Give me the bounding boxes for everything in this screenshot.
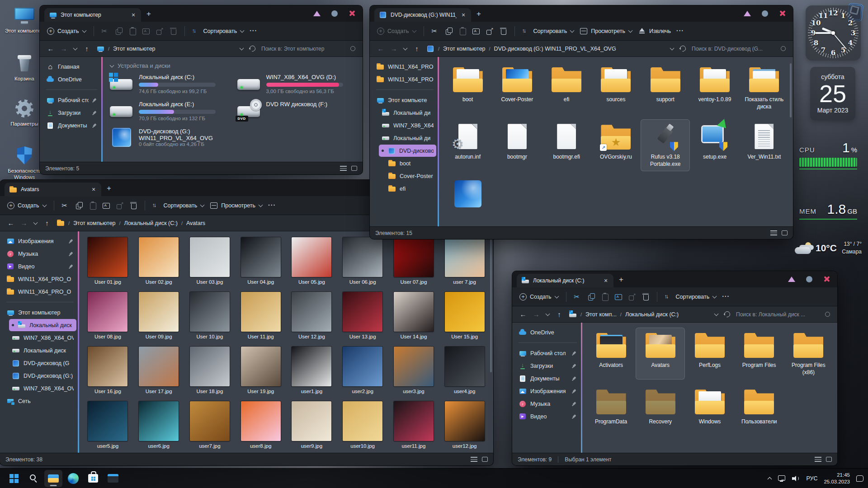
sidebar-item[interactable]: Загрузки — [43, 107, 100, 119]
copy-button[interactable] — [115, 27, 123, 35]
create-button[interactable]: Создать — [377, 28, 416, 35]
recent-locations-button[interactable] — [73, 47, 77, 51]
image-file-item[interactable]: user3.jpg — [389, 344, 439, 396]
sidebar-item[interactable]: WIN11_X64_PRO — [373, 61, 436, 73]
image-file-item[interactable]: User 05.jpg — [287, 235, 337, 287]
up-button[interactable] — [43, 219, 51, 227]
sidebar-item[interactable]: Локальный диск — [9, 344, 76, 357]
file-item[interactable]: setup.exe — [690, 120, 739, 171]
back-button[interactable] — [519, 310, 527, 318]
image-file-item[interactable]: user7.jpg — [185, 399, 235, 451]
delete-button[interactable] — [129, 202, 137, 210]
address-bar[interactable]: Этот компьютер — [96, 45, 234, 52]
details-view-icon[interactable] — [340, 166, 347, 171]
sidebar-item[interactable]: Рабочий стол — [43, 94, 100, 106]
tab-close-button[interactable] — [603, 277, 609, 284]
file-item[interactable]: boot — [443, 62, 492, 113]
minimize-button[interactable] — [744, 11, 751, 16]
sidebar-item[interactable]: WIN11_X64_PRO_O — [4, 273, 76, 285]
store-button[interactable] — [84, 470, 102, 487]
more-button[interactable] — [722, 293, 730, 301]
sidebar-item[interactable]: Изображения — [4, 235, 76, 247]
address-dropdown[interactable] — [670, 47, 674, 51]
tab-close-button[interactable] — [130, 12, 137, 18]
close-button[interactable] — [823, 276, 830, 282]
address-dropdown[interactable] — [240, 47, 244, 51]
sidebar-item[interactable]: Музыка — [516, 398, 580, 410]
close-button[interactable] — [779, 10, 786, 17]
paste-button[interactable] — [458, 27, 467, 35]
file-item[interactable]: ventoy-1.0.89 — [690, 62, 739, 113]
image-file-item[interactable]: User 04.jpg — [236, 235, 286, 287]
sidebar-item[interactable]: Этот компьюте — [373, 94, 436, 106]
rename-button[interactable] — [102, 202, 110, 210]
image-file-item[interactable]: User 01.jpg — [83, 235, 133, 287]
sidebar-item[interactable]: Локальный диск — [9, 319, 76, 331]
file-item[interactable]: Avatars — [636, 328, 684, 379]
refresh-icon[interactable] — [723, 310, 731, 318]
sidebar-item[interactable]: WIN7_X86_X64_OV — [9, 332, 76, 344]
image-file-item[interactable]: user 7.jpg — [439, 235, 490, 287]
sidebar-item[interactable]: WIN11_X64_PRO — [373, 73, 436, 85]
image-file-item[interactable]: user6.jpg — [134, 399, 184, 451]
paste-button[interactable] — [128, 27, 137, 35]
new-tab-button[interactable] — [146, 9, 151, 19]
sidebar-item[interactable]: Рабочий стол — [516, 347, 580, 359]
forward-button[interactable] — [390, 45, 397, 52]
image-file-item[interactable]: User 06.jpg — [338, 235, 388, 287]
image-file-item[interactable]: User 03.jpg — [185, 235, 235, 287]
close-button[interactable] — [349, 10, 355, 17]
breadcrumb-item[interactable]: DVD-дисковод (G:) WIN11_PRO_VL_X64_OVG — [486, 46, 616, 52]
address-dropdown[interactable] — [714, 312, 718, 316]
file-item[interactable]: PerfLogs — [685, 328, 734, 379]
view-button[interactable]: Просмотреть — [210, 202, 263, 210]
file-item[interactable]: Пользователи — [735, 385, 783, 429]
file-item[interactable]: Cover-Poster — [493, 62, 541, 113]
tab-close-button[interactable] — [460, 12, 467, 18]
breadcrumb-item[interactable]: Этот компьютер — [104, 46, 156, 52]
image-file-item[interactable]: User 15.jpg — [439, 290, 490, 342]
forward-button[interactable] — [533, 310, 540, 318]
rename-button[interactable] — [472, 27, 480, 35]
file-item[interactable]: bootmgr.efi — [542, 120, 591, 171]
sidebar-item[interactable]: efi — [385, 183, 436, 195]
details-view-icon[interactable] — [770, 230, 777, 235]
minimize-button[interactable] — [313, 11, 321, 16]
maximize-button[interactable] — [806, 276, 812, 282]
new-tab-button[interactable] — [619, 275, 623, 284]
breadcrumb-item[interactable]: Этот комп... — [577, 311, 617, 318]
sidebar-item[interactable]: Документы — [43, 119, 100, 131]
copy-button[interactable] — [75, 202, 83, 210]
image-file-item[interactable]: User 18.jpg — [185, 344, 235, 396]
file-item[interactable]: sources — [592, 62, 640, 113]
image-file-item[interactable]: user1.jpg — [287, 344, 337, 396]
sidebar-item[interactable]: DVD-дисковод — [379, 145, 436, 157]
details-view-icon[interactable] — [815, 457, 821, 462]
drive-item[interactable]: WIN7_X86_X64_OVG (D:) 3,00 ГБ свободно и… — [236, 73, 357, 94]
cut-button[interactable] — [61, 202, 70, 210]
back-button[interactable] — [7, 219, 14, 227]
image-file-item[interactable]: User 07.jpg — [389, 235, 439, 287]
more-button[interactable] — [250, 27, 258, 35]
drive-item[interactable]: DVD RW дисковод (F:) — [236, 100, 357, 122]
create-button[interactable]: Создать — [7, 202, 47, 209]
breadcrumb-item[interactable]: Этот компьютер — [434, 46, 486, 52]
sort-button[interactable]: Сортировать — [152, 202, 205, 210]
create-button[interactable]: Создать — [519, 293, 559, 300]
thumbnail-view-icon[interactable] — [482, 457, 488, 462]
app-button[interactable] — [104, 470, 122, 487]
cut-button[interactable] — [431, 27, 439, 35]
notification-center-icon[interactable] — [856, 475, 863, 482]
tab-dvd-drive[interactable]: DVD-дисковод (G:) WIN11_PR — [374, 8, 471, 22]
scrollbar[interactable] — [790, 63, 792, 117]
sidebar-item[interactable]: DVD-дисковод (G — [9, 357, 76, 369]
breadcrumb-item[interactable]: Avatars — [178, 220, 205, 226]
file-item[interactable] — [443, 177, 492, 211]
address-bar[interactable]: Этот комп...Локальный диск (C:) — [569, 310, 708, 318]
copy-button[interactable] — [587, 293, 595, 301]
image-file-item[interactable]: user5.jpg — [83, 399, 133, 451]
tab-this-pc[interactable]: Этот компьютер — [44, 8, 141, 22]
forward-button[interactable] — [20, 219, 28, 227]
file-item[interactable]: Ver_Win11.txt — [740, 120, 788, 171]
file-item[interactable]: OVGorskiy.ru — [592, 120, 640, 171]
